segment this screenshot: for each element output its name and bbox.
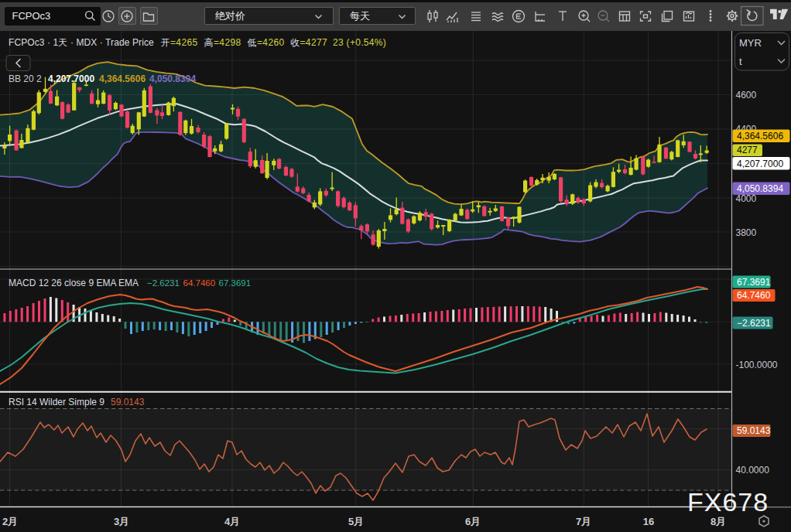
svg-text:4,364.5606: 4,364.5606	[737, 131, 783, 142]
svg-text:FX678: FX678	[687, 487, 769, 517]
svg-text:16: 16	[643, 516, 654, 527]
svg-text:67.3691: 67.3691	[219, 278, 252, 288]
svg-text:收=4277: 收=4277	[290, 37, 327, 48]
svg-text:59.0143: 59.0143	[111, 397, 145, 408]
svg-text:3月: 3月	[114, 516, 129, 527]
svg-text:40.0000: 40.0000	[736, 465, 770, 476]
svg-text:MYR: MYR	[739, 37, 762, 49]
svg-text:MACD 12 26 close 9 EMA EMA: MACD 12 26 close 9 EMA EMA	[9, 278, 139, 288]
svg-text:开=4265: 开=4265	[161, 37, 198, 48]
svg-text:23 (+0.54%): 23 (+0.54%)	[333, 37, 386, 48]
svg-text:-100.0000: -100.0000	[736, 360, 778, 370]
svg-text:RSI 14 Wilder Simple 9: RSI 14 Wilder Simple 9	[9, 397, 104, 408]
svg-text:2月: 2月	[2, 516, 18, 527]
svg-text:4,207.7000: 4,207.7000	[737, 159, 783, 169]
svg-text:低=4260: 低=4260	[248, 37, 285, 48]
svg-text:6月: 6月	[465, 516, 481, 527]
svg-text:4277: 4277	[737, 145, 758, 155]
svg-text:−2.6231: −2.6231	[737, 318, 771, 329]
svg-text:FCPOc3 · 1天 · MDX · Trade Pric: FCPOc3 · 1天 · MDX · Trade Price	[9, 37, 154, 48]
svg-text:BB 20 2: BB 20 2	[9, 73, 42, 84]
svg-text:7月: 7月	[576, 516, 591, 527]
svg-text:4,050.8394: 4,050.8394	[149, 73, 196, 84]
svg-text:4,050.8394: 4,050.8394	[737, 183, 783, 194]
svg-text:59.0143: 59.0143	[737, 425, 771, 436]
svg-text:高=4298: 高=4298	[204, 37, 241, 48]
svg-text:4月: 4月	[224, 516, 240, 527]
svg-text:5月: 5月	[348, 516, 364, 527]
svg-text:t: t	[739, 56, 742, 67]
svg-text:3800: 3800	[736, 227, 757, 238]
svg-text:64.7460: 64.7460	[737, 290, 771, 301]
svg-text:−2.6231: −2.6231	[147, 278, 180, 288]
svg-text:4,207.7000: 4,207.7000	[48, 73, 94, 84]
svg-text:67.3691: 67.3691	[737, 277, 771, 288]
svg-text:4600: 4600	[736, 90, 757, 101]
svg-text:4,364.5606: 4,364.5606	[99, 73, 146, 84]
svg-text:64.7460: 64.7460	[183, 278, 216, 288]
svg-text:8月: 8月	[711, 516, 726, 527]
